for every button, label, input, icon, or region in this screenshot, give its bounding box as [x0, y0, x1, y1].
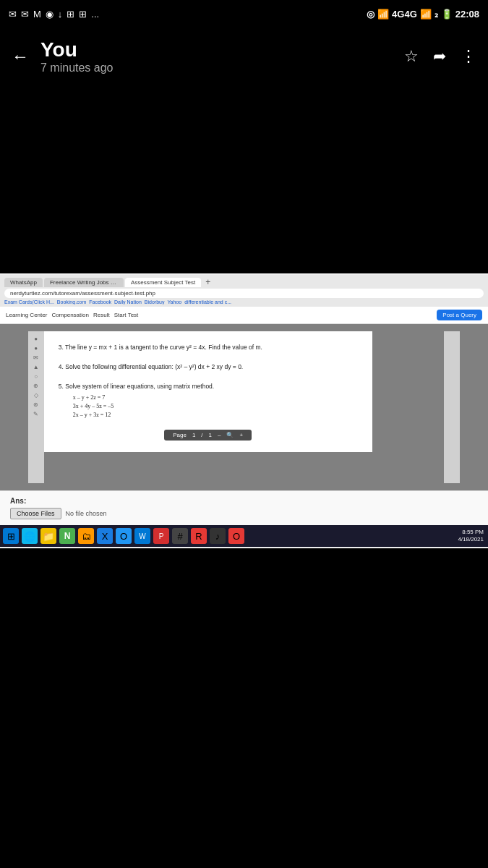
tab-freelance[interactable]: Freelance Writing Jobs Cl... [44, 278, 124, 287]
pdf-page: 3. The line y = mx + 1 is a tangent to t… [44, 331, 372, 452]
pdf-toolbar: Page 1 / 1 – 🔍 + [164, 430, 252, 441]
excel-icon[interactable]: X [97, 528, 113, 544]
time-label: 22:08 [455, 9, 479, 20]
signal-icon-2: 📶 [420, 9, 432, 20]
search-icon[interactable]: 🔍 [226, 432, 234, 438]
bookmark-2[interactable]: Booking.com [57, 299, 86, 305]
browser-tabs: WhatsApp Freelance Writing Jobs Cl... As… [4, 277, 484, 287]
app-icon-4[interactable]: 🗂 [78, 528, 94, 544]
bookmark-1[interactable]: Exam Cards(Click H... [4, 299, 54, 305]
q5-equations: x – y + 2z = 7 3x + 4y – 5z = –5 2x – y … [59, 393, 358, 420]
equation-3: 2x – y + 3z = 12 [73, 411, 358, 420]
notification-icon-1: ✉ [9, 9, 17, 20]
black-space-top [0, 85, 488, 273]
choose-files-button[interactable]: Choose Files [10, 508, 61, 519]
q4-text: Solve the following differential equatio… [65, 363, 243, 370]
status-right-icons: ◎ 📶 4G4G 📶 ₂ 🔋 22:08 [367, 9, 479, 20]
nav-result[interactable]: Result [93, 312, 110, 318]
more-dots-status: ... [91, 9, 99, 20]
start-button[interactable]: ⊞ [3, 528, 19, 544]
grid-icon-2: ⊞ [79, 9, 87, 20]
opera-icon[interactable]: O [228, 528, 244, 544]
more-button[interactable]: ⋮ [461, 47, 476, 66]
share-button[interactable]: ➦ [433, 47, 446, 66]
bookmark-7[interactable]: differentiable and c... [184, 299, 231, 305]
star-button[interactable]: ☆ [404, 47, 419, 66]
sidebar-icon-2: ● [34, 345, 38, 352]
bookmark-3[interactable]: Facebook [89, 299, 111, 305]
taskbar: ⊞ 🌐 📁 N 🗂 X O W P # R ♪ O 8:55 PM 4/18/2… [0, 525, 488, 547]
grid-icon-1: ⊞ [67, 9, 74, 20]
hash-icon[interactable]: # [172, 528, 188, 544]
nav-compensation[interactable]: Compensation [51, 312, 89, 318]
nav-left: Learning Center Compensation Result Star… [6, 312, 138, 318]
notepad-icon[interactable]: N [59, 528, 75, 544]
outlook-icon[interactable]: O [116, 528, 132, 544]
answer-area: Ans: Choose Files No file chosen [0, 490, 488, 525]
question-4: 4. Solve the following differential equa… [59, 362, 358, 372]
powerpoint-icon[interactable]: P [153, 528, 169, 544]
nav-start-test[interactable]: Start Test [114, 312, 139, 318]
sidebar-icon-9: ✎ [33, 411, 38, 417]
sim-label: ₂ [435, 9, 438, 20]
notification-icon-3: M [33, 9, 41, 20]
header-title-block: You 7 minutes ago [40, 38, 404, 75]
audio-icon: ◉ [46, 9, 53, 20]
time-display: 8:55 PM [458, 529, 484, 536]
zoom-in-icon[interactable]: + [239, 432, 243, 438]
page-dash: – [218, 432, 221, 438]
ans-label: Ans: [10, 497, 478, 505]
sidebar-icon-8: ⊛ [33, 401, 38, 408]
address-text: nerdyturtlez.com/tutorexam/assessment-su… [10, 290, 478, 297]
no-file-label: No file chosen [66, 510, 107, 517]
q3-text: The line y = mx + 1 is a tangent to the … [65, 344, 262, 351]
status-left-icons: ✉ ✉ M ◉ ↓ ⊞ ⊞ ... [9, 9, 99, 20]
equation-1: x – y + 2z = 7 [73, 393, 358, 402]
notification-icon-2: ✉ [21, 9, 29, 20]
files-icon[interactable]: 📁 [40, 528, 56, 544]
nav-learning-center[interactable]: Learning Center [6, 312, 47, 318]
q4-number: 4. [59, 363, 64, 370]
back-button[interactable]: ← [12, 46, 29, 67]
browser-chrome: WhatsApp Freelance Writing Jobs Cl... As… [0, 275, 488, 307]
header-actions: ☆ ➦ ⋮ [404, 47, 476, 66]
question-3: 3. The line y = mx + 1 is a tangent to t… [59, 343, 358, 352]
status-bar: ✉ ✉ M ◉ ↓ ⊞ ⊞ ... ◎ 📶 4G4G 📶 ₂ 🔋 22:08 [0, 0, 488, 27]
new-tab-button[interactable]: + [202, 277, 213, 287]
gps-icon: ◎ [367, 9, 374, 20]
signal-icon: 📶 [377, 9, 389, 20]
page-slash: / [201, 432, 202, 438]
page-label: Page [173, 432, 187, 438]
page-total: 1 [209, 432, 212, 438]
bookmark-5[interactable]: Bidorbuy [145, 299, 165, 305]
address-bar[interactable]: nerdyturtlez.com/tutorexam/assessment-su… [4, 289, 484, 298]
bookmark-4[interactable]: Daily Nation [114, 299, 142, 305]
browser-icon[interactable]: 🌐 [22, 528, 38, 544]
website-nav: Learning Center Compensation Result Star… [0, 307, 488, 324]
word-icon[interactable]: W [134, 528, 150, 544]
browser-area: WhatsApp Freelance Writing Jobs Cl... As… [0, 273, 488, 548]
question-5: 5. Solve system of linear equations, usi… [59, 382, 358, 420]
download-icon: ↓ [58, 9, 63, 20]
r-icon[interactable]: R [191, 528, 207, 544]
taskbar-right: 8:55 PM 4/18/2021 [458, 529, 484, 544]
header-subtitle: 7 minutes ago [40, 61, 404, 75]
music-icon[interactable]: ♪ [210, 528, 226, 544]
tab-whatsapp[interactable]: WhatsApp [4, 278, 43, 287]
pdf-area: ● ● ✉ ▲ ○ ⊕ ◇ ⊛ ✎ 3. The line y = mx + 1… [0, 324, 488, 490]
q5-text: Solve system of linear equations, using … [65, 383, 214, 390]
post-query-button[interactable]: Post a Query [437, 310, 482, 320]
equation-2: 3x + 4y – 5z = –5 [73, 402, 358, 411]
q3-number: 3. [59, 344, 64, 351]
page-num: 1 [192, 432, 195, 438]
date-display: 4/18/2021 [458, 536, 484, 543]
sidebar-icon-4: ▲ [33, 364, 39, 370]
bookmark-6[interactable]: Yahoo [167, 299, 181, 305]
sidebar-icon-7: ◇ [34, 392, 38, 399]
q5-number: 5. [59, 383, 64, 390]
network-label: 4G4G [392, 9, 417, 20]
taskbar-time: 8:55 PM 4/18/2021 [458, 529, 484, 544]
file-input-row: Choose Files No file chosen [10, 508, 478, 519]
sidebar-icon-3: ✉ [33, 354, 38, 361]
tab-assessment[interactable]: Assessment Subject Test [125, 278, 201, 287]
